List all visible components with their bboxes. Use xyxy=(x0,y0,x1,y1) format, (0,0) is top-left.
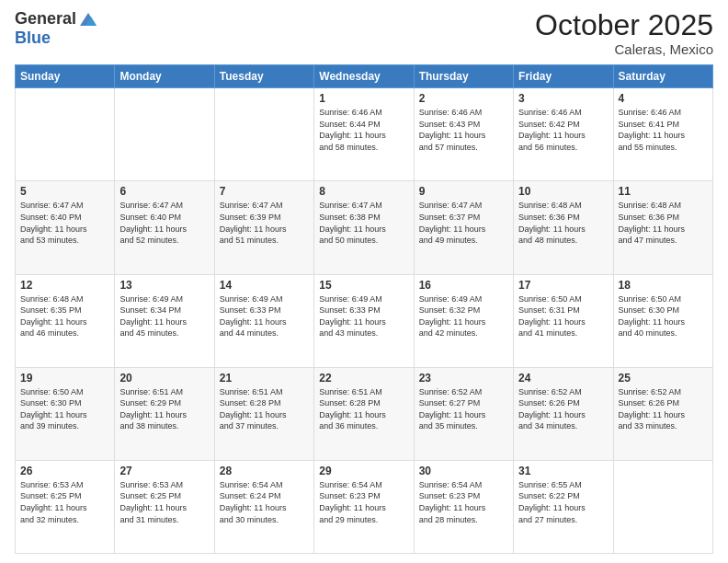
calendar-cell: 6Sunrise: 6:47 AM Sunset: 6:40 PM Daylig… xyxy=(115,181,214,274)
day-info: Sunrise: 6:48 AM Sunset: 6:35 PM Dayligh… xyxy=(20,293,109,339)
day-of-week-header: Thursday xyxy=(414,65,513,88)
day-of-week-header: Tuesday xyxy=(214,65,313,88)
day-info: Sunrise: 6:46 AM Sunset: 6:42 PM Dayligh… xyxy=(518,107,608,153)
calendar-cell: 5Sunrise: 6:47 AM Sunset: 6:40 PM Daylig… xyxy=(16,181,115,274)
calendar-cell: 11Sunrise: 6:48 AM Sunset: 6:36 PM Dayli… xyxy=(613,181,712,274)
day-number: 21 xyxy=(220,372,309,385)
calendar-cell: 25Sunrise: 6:52 AM Sunset: 6:26 PM Dayli… xyxy=(613,367,712,460)
day-info: Sunrise: 6:49 AM Sunset: 6:34 PM Dayligh… xyxy=(119,293,209,339)
calendar-cell: 19Sunrise: 6:50 AM Sunset: 6:30 PM Dayli… xyxy=(16,367,115,460)
day-number: 26 xyxy=(20,465,109,477)
day-number: 20 xyxy=(119,372,209,385)
day-info: Sunrise: 6:52 AM Sunset: 6:27 PM Dayligh… xyxy=(419,386,508,432)
day-info: Sunrise: 6:53 AM Sunset: 6:25 PM Dayligh… xyxy=(20,479,109,525)
calendar-week-row: 5Sunrise: 6:47 AM Sunset: 6:40 PM Daylig… xyxy=(16,181,713,274)
day-info: Sunrise: 6:47 AM Sunset: 6:40 PM Dayligh… xyxy=(20,200,109,246)
day-info: Sunrise: 6:52 AM Sunset: 6:26 PM Dayligh… xyxy=(619,386,708,432)
calendar-cell: 30Sunrise: 6:54 AM Sunset: 6:23 PM Dayli… xyxy=(414,460,513,553)
day-info: Sunrise: 6:50 AM Sunset: 6:31 PM Dayligh… xyxy=(518,293,608,339)
day-info: Sunrise: 6:51 AM Sunset: 6:28 PM Dayligh… xyxy=(220,386,309,432)
calendar-cell: 23Sunrise: 6:52 AM Sunset: 6:27 PM Dayli… xyxy=(414,367,513,460)
title-block: October 2025 Caleras, Mexico xyxy=(535,9,713,57)
calendar-cell: 29Sunrise: 6:54 AM Sunset: 6:23 PM Dayli… xyxy=(314,460,414,553)
day-number: 8 xyxy=(319,185,408,198)
calendar-cell: 17Sunrise: 6:50 AM Sunset: 6:31 PM Dayli… xyxy=(514,274,613,367)
day-info: Sunrise: 6:50 AM Sunset: 6:30 PM Dayligh… xyxy=(619,293,708,339)
day-info: Sunrise: 6:46 AM Sunset: 6:41 PM Dayligh… xyxy=(619,107,708,153)
day-number: 29 xyxy=(319,465,408,477)
day-info: Sunrise: 6:47 AM Sunset: 6:39 PM Dayligh… xyxy=(220,200,309,246)
day-info: Sunrise: 6:48 AM Sunset: 6:36 PM Dayligh… xyxy=(619,200,708,246)
logo-blue-text: Blue xyxy=(15,29,98,48)
day-info: Sunrise: 6:46 AM Sunset: 6:43 PM Dayligh… xyxy=(419,107,508,153)
calendar-cell: 1Sunrise: 6:46 AM Sunset: 6:44 PM Daylig… xyxy=(314,88,414,181)
day-number: 13 xyxy=(119,279,209,292)
day-info: Sunrise: 6:50 AM Sunset: 6:30 PM Dayligh… xyxy=(20,386,109,432)
calendar-cell: 8Sunrise: 6:47 AM Sunset: 6:38 PM Daylig… xyxy=(314,181,414,274)
day-info: Sunrise: 6:47 AM Sunset: 6:37 PM Dayligh… xyxy=(419,200,508,246)
page: General Blue October 2025 Caleras, Mexic… xyxy=(0,0,728,563)
day-number: 23 xyxy=(419,372,508,385)
day-number: 31 xyxy=(518,465,608,477)
day-number: 12 xyxy=(20,279,109,292)
day-number: 6 xyxy=(119,185,209,198)
day-info: Sunrise: 6:54 AM Sunset: 6:23 PM Dayligh… xyxy=(419,479,508,525)
day-info: Sunrise: 6:47 AM Sunset: 6:40 PM Dayligh… xyxy=(119,200,209,246)
day-number: 28 xyxy=(220,465,309,477)
calendar-cell: 12Sunrise: 6:48 AM Sunset: 6:35 PM Dayli… xyxy=(16,274,115,367)
day-info: Sunrise: 6:52 AM Sunset: 6:26 PM Dayligh… xyxy=(518,386,608,432)
calendar-week-row: 26Sunrise: 6:53 AM Sunset: 6:25 PM Dayli… xyxy=(16,460,713,553)
day-info: Sunrise: 6:51 AM Sunset: 6:29 PM Dayligh… xyxy=(119,386,209,432)
day-info: Sunrise: 6:49 AM Sunset: 6:32 PM Dayligh… xyxy=(419,293,508,339)
day-number: 19 xyxy=(20,372,109,385)
day-info: Sunrise: 6:46 AM Sunset: 6:44 PM Dayligh… xyxy=(319,107,408,153)
day-number: 4 xyxy=(619,92,708,105)
calendar-cell: 3Sunrise: 6:46 AM Sunset: 6:42 PM Daylig… xyxy=(514,88,613,181)
day-number: 2 xyxy=(419,92,508,105)
logo-general-text: General xyxy=(15,10,76,29)
calendar-cell xyxy=(613,460,712,553)
day-number: 30 xyxy=(419,465,508,477)
day-info: Sunrise: 6:51 AM Sunset: 6:28 PM Dayligh… xyxy=(319,386,408,432)
day-info: Sunrise: 6:54 AM Sunset: 6:23 PM Dayligh… xyxy=(319,479,408,525)
day-number: 24 xyxy=(518,372,608,385)
calendar-table: SundayMondayTuesdayWednesdayThursdayFrid… xyxy=(15,64,713,554)
day-number: 25 xyxy=(619,372,708,385)
calendar-cell: 18Sunrise: 6:50 AM Sunset: 6:30 PM Dayli… xyxy=(613,274,712,367)
logo-icon xyxy=(78,9,98,29)
day-number: 15 xyxy=(319,279,408,292)
day-info: Sunrise: 6:55 AM Sunset: 6:22 PM Dayligh… xyxy=(518,479,608,525)
day-info: Sunrise: 6:54 AM Sunset: 6:24 PM Dayligh… xyxy=(220,479,309,525)
calendar-week-row: 1Sunrise: 6:46 AM Sunset: 6:44 PM Daylig… xyxy=(16,88,713,181)
calendar-week-row: 12Sunrise: 6:48 AM Sunset: 6:35 PM Dayli… xyxy=(16,274,713,367)
calendar-cell: 10Sunrise: 6:48 AM Sunset: 6:36 PM Dayli… xyxy=(514,181,613,274)
calendar-cell: 28Sunrise: 6:54 AM Sunset: 6:24 PM Dayli… xyxy=(214,460,313,553)
day-of-week-header: Friday xyxy=(514,65,613,88)
day-number: 5 xyxy=(20,185,109,198)
day-info: Sunrise: 6:47 AM Sunset: 6:38 PM Dayligh… xyxy=(319,200,408,246)
day-number: 27 xyxy=(119,465,209,477)
day-of-week-header: Saturday xyxy=(613,65,712,88)
calendar-week-row: 19Sunrise: 6:50 AM Sunset: 6:30 PM Dayli… xyxy=(16,367,713,460)
calendar-cell: 22Sunrise: 6:51 AM Sunset: 6:28 PM Dayli… xyxy=(314,367,414,460)
day-info: Sunrise: 6:48 AM Sunset: 6:36 PM Dayligh… xyxy=(518,200,608,246)
day-number: 16 xyxy=(419,279,508,292)
day-of-week-header: Sunday xyxy=(16,65,115,88)
day-info: Sunrise: 6:49 AM Sunset: 6:33 PM Dayligh… xyxy=(220,293,309,339)
day-number: 17 xyxy=(518,279,608,292)
day-info: Sunrise: 6:53 AM Sunset: 6:25 PM Dayligh… xyxy=(119,479,209,525)
day-number: 10 xyxy=(518,185,608,198)
calendar-header-row: SundayMondayTuesdayWednesdayThursdayFrid… xyxy=(16,65,713,88)
calendar-cell: 9Sunrise: 6:47 AM Sunset: 6:37 PM Daylig… xyxy=(414,181,513,274)
day-of-week-header: Wednesday xyxy=(314,65,414,88)
logo: General Blue xyxy=(15,9,98,48)
day-number: 22 xyxy=(319,372,408,385)
calendar-cell: 27Sunrise: 6:53 AM Sunset: 6:25 PM Dayli… xyxy=(115,460,214,553)
calendar-cell: 2Sunrise: 6:46 AM Sunset: 6:43 PM Daylig… xyxy=(414,88,513,181)
day-of-week-header: Monday xyxy=(115,65,214,88)
calendar-cell xyxy=(214,88,313,181)
calendar-cell: 15Sunrise: 6:49 AM Sunset: 6:33 PM Dayli… xyxy=(314,274,414,367)
calendar-cell: 20Sunrise: 6:51 AM Sunset: 6:29 PM Dayli… xyxy=(115,367,214,460)
calendar-cell: 16Sunrise: 6:49 AM Sunset: 6:32 PM Dayli… xyxy=(414,274,513,367)
calendar-cell xyxy=(115,88,214,181)
